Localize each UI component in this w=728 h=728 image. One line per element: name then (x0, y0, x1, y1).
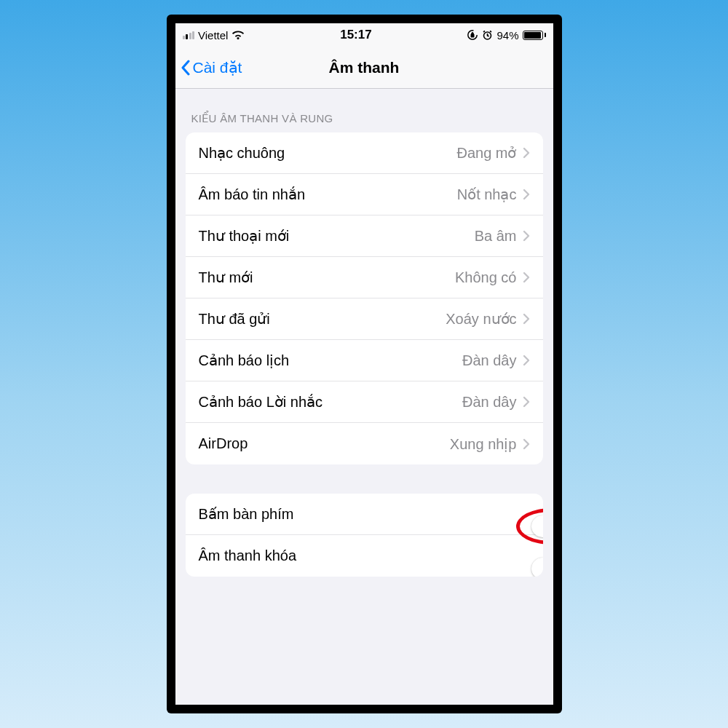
toggles-group: Bấm bàn phímÂm thanh khóa (186, 494, 543, 577)
wifi-icon (232, 31, 245, 40)
row-label: Thư thoại mới (199, 227, 290, 245)
sound-row[interactable]: Thư đã gửiXoáy nước (186, 298, 543, 340)
battery-percent: 94% (496, 29, 518, 41)
toggle-row: Bấm bàn phím (186, 494, 543, 535)
sounds-group: Nhạc chuôngĐang mởÂm báo tin nhắnNốt nhạ… (186, 132, 543, 464)
sound-row[interactable]: Cảnh báo lịchĐàn dây (186, 340, 543, 381)
sound-row[interactable]: Thư thoại mớiBa âm (186, 215, 543, 257)
chevron-right-icon (523, 396, 530, 408)
nav-bar: Cài đặt Âm thanh (175, 47, 553, 89)
battery-icon (523, 31, 546, 40)
sound-row[interactable]: Thư mớiKhông có (186, 257, 543, 298)
row-label: Bấm bàn phím (199, 505, 294, 523)
carrier-label: Viettel (198, 29, 228, 41)
row-value: Xoáy nước (446, 310, 516, 328)
row-label: Cảnh báo Lời nhắc (199, 393, 323, 411)
sound-row[interactable]: AirDropXung nhịp (186, 423, 543, 464)
back-button[interactable]: Cài đặt (180, 47, 242, 88)
sound-row[interactable]: Cảnh báo Lời nhắcĐàn dây (186, 381, 543, 423)
status-time: 15:17 (340, 28, 371, 42)
row-label: Âm báo tin nhắn (199, 186, 306, 203)
row-value: Nốt nhạc (457, 186, 517, 203)
signal-icon (183, 31, 195, 39)
orientation-lock-icon (467, 29, 478, 41)
chevron-right-icon (523, 147, 530, 159)
status-bar: Viettel 15:17 94% (175, 23, 553, 47)
chevron-left-icon (180, 59, 191, 76)
row-label: Âm thanh khóa (199, 547, 297, 564)
row-label: Nhạc chuông (199, 144, 285, 162)
row-label: Thư đã gửi (199, 310, 270, 328)
chevron-right-icon (523, 355, 530, 366)
chevron-right-icon (523, 438, 530, 450)
page-title: Âm thanh (329, 59, 400, 76)
row-label: Cảnh báo lịch (199, 352, 290, 369)
sound-row[interactable]: Nhạc chuôngĐang mở (186, 132, 543, 174)
alarm-icon (482, 30, 493, 41)
row-value: Đang mở (456, 144, 516, 162)
row-value: Đàn dây (462, 394, 517, 411)
settings-content: KIỂU ÂM THANH VÀ RUNG Nhạc chuôngĐang mở… (175, 89, 553, 705)
row-value: Đàn dây (462, 352, 517, 369)
device-frame: Viettel 15:17 94% (167, 15, 562, 713)
chevron-right-icon (523, 313, 530, 325)
screen: Viettel 15:17 94% (175, 23, 553, 705)
row-label: AirDrop (199, 435, 248, 452)
chevron-right-icon (523, 272, 530, 283)
sound-row[interactable]: Âm báo tin nhắnNốt nhạc (186, 174, 543, 215)
row-value: Không có (455, 269, 517, 286)
section-header: KIỂU ÂM THANH VÀ RUNG (175, 89, 553, 132)
toggle-row: Âm thanh khóa (186, 535, 543, 577)
row-value: Xung nhịp (450, 435, 517, 453)
chevron-right-icon (523, 230, 530, 242)
chevron-right-icon (523, 189, 530, 200)
row-label: Thư mới (199, 269, 253, 286)
row-value: Ba âm (475, 228, 517, 245)
back-label: Cài đặt (193, 59, 242, 76)
